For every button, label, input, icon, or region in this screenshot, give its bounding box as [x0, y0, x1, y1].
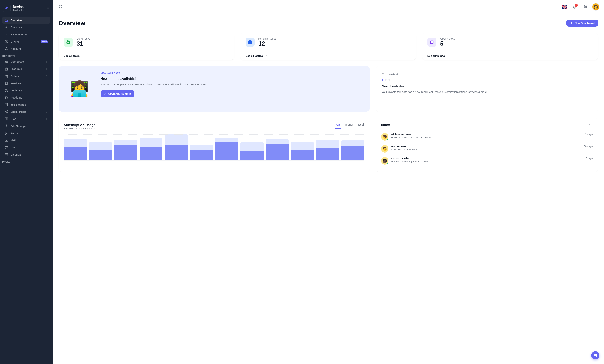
button-label: Open App Settings: [108, 92, 131, 95]
see-all-tasks-link[interactable]: See all tasks: [64, 54, 229, 57]
update-illustration: 👩‍💻: [64, 72, 95, 106]
settings-fab[interactable]: [591, 351, 600, 360]
svg-point-31: [596, 356, 597, 357]
svg-point-27: [105, 93, 106, 93]
stat-value: 12: [258, 40, 276, 47]
nav-label: Overview: [11, 19, 48, 22]
search-button[interactable]: [57, 3, 64, 11]
language-button[interactable]: [560, 3, 568, 11]
tip-dot-1[interactable]: [382, 79, 383, 81]
nav-label: E-Commerce: [11, 33, 48, 36]
stat-label: Pending Issues: [258, 37, 276, 40]
arrow-curved-icon: [382, 72, 387, 75]
nav-kanban[interactable]: Kanban: [2, 130, 50, 137]
avatar: 🧑🏿: [381, 157, 389, 164]
next-tip-label: Next tip: [382, 72, 592, 75]
page-header: Overview New Dashboard: [59, 20, 598, 27]
nav-jobs[interactable]: Job Listings: [2, 101, 50, 108]
svg-rect-10: [5, 103, 8, 106]
button-label: New Dashboard: [575, 22, 595, 25]
bar-column: [139, 134, 163, 160]
nav-invoices[interactable]: Invoices: [2, 80, 50, 87]
nav-analytics[interactable]: Analytics: [2, 24, 50, 31]
nav-customers[interactable]: Customers: [2, 59, 50, 65]
svg-rect-16: [6, 132, 7, 133]
svg-point-5: [7, 61, 8, 62]
alert-icon: [246, 38, 254, 47]
inbox-time: 3h ago: [586, 157, 593, 160]
open-settings-button[interactable]: Open App Settings: [101, 90, 135, 97]
nav-ecommerce[interactable]: E-Commerce: [2, 31, 50, 38]
nav-label: Logistics: [11, 89, 43, 92]
inbox-item[interactable]: 👨 Marcus FinnIs the job still available?…: [381, 143, 593, 155]
topbar: 2 👩: [52, 0, 604, 13]
inbox-title: Inbox: [381, 123, 390, 127]
tab-week[interactable]: Week: [358, 123, 365, 129]
see-all-tickets-link[interactable]: See all tickets: [428, 54, 593, 57]
avatar: 👦: [381, 133, 389, 140]
nav-label: Academy: [11, 96, 43, 99]
nav-label: Orders: [11, 75, 43, 78]
tip-pagination[interactable]: [382, 79, 592, 81]
nav-logistics[interactable]: Logistics: [2, 87, 50, 94]
inbox-time: 56m ago: [584, 145, 593, 148]
inbox-name: Alcides Antonio: [391, 133, 583, 136]
tip-dot-3[interactable]: [389, 79, 390, 81]
tip-desc: Your favorite template has a new trendy …: [382, 90, 592, 94]
nav-account[interactable]: Account: [2, 45, 50, 52]
nav-chat[interactable]: Chat: [2, 144, 50, 151]
contacts-button[interactable]: [581, 3, 589, 11]
nav-label: Crypto: [11, 40, 38, 43]
chart-tabs: Year Month Week: [335, 123, 365, 129]
tab-month[interactable]: Month: [345, 123, 353, 129]
svg-point-7: [7, 77, 8, 78]
nav-overview[interactable]: Overview: [2, 17, 50, 24]
tip-dot-2[interactable]: [385, 79, 387, 81]
nav-label: File Manager: [11, 125, 48, 128]
row-2: 👩‍💻 NEW V6 UPDATE New update available! …: [59, 66, 598, 112]
search-icon: [59, 4, 63, 9]
nav-mail[interactable]: Mail: [2, 137, 50, 144]
nav-group-pages: PAGES: [0, 158, 52, 164]
stat-pending-issues: Pending Issues 12 See all issues: [240, 33, 416, 60]
stat-value: 5: [440, 40, 455, 47]
nav-crypto[interactable]: Crypto New: [2, 38, 50, 45]
ticket-icon: [428, 38, 437, 47]
refresh-button[interactable]: [589, 123, 593, 127]
account-avatar[interactable]: 👩: [592, 3, 600, 11]
nav-calendar[interactable]: Calendar: [2, 151, 50, 158]
tab-year[interactable]: Year: [335, 123, 341, 129]
nav-filemanager[interactable]: File Manager: [2, 123, 50, 129]
nav-label: Customers: [11, 60, 43, 63]
svg-point-6: [6, 77, 6, 78]
nav-social[interactable]: Social Media: [2, 108, 50, 115]
chat-icon: [4, 146, 8, 149]
online-dot: [387, 163, 389, 164]
update-eyebrow: NEW V6 UPDATE: [101, 72, 206, 75]
new-dashboard-button[interactable]: New Dashboard: [566, 20, 598, 27]
arrow-right-icon: [446, 54, 449, 57]
nav-orders[interactable]: Orders: [2, 73, 50, 80]
nav-products[interactable]: Products: [2, 66, 50, 72]
svg-point-9: [7, 91, 8, 92]
building-icon: [4, 103, 8, 107]
bar-column: [190, 134, 213, 160]
notifications-button[interactable]: 2: [571, 3, 579, 11]
nav-blog[interactable]: Blog: [2, 116, 50, 122]
mail-icon: [4, 138, 8, 142]
stat-label: Open tickets: [440, 37, 455, 40]
svg-point-22: [584, 5, 585, 7]
inbox-item[interactable]: 🧑🏿 Carson DarrinWhat is a screening task…: [381, 155, 593, 167]
workspace-switcher[interactable]: Devias Production: [0, 0, 52, 16]
see-all-issues-link[interactable]: See all issues: [246, 54, 411, 57]
columns-icon: [4, 131, 8, 135]
nav-label: Products: [11, 68, 43, 71]
nav-main: Overview Analytics E-Commerce Crypto New…: [0, 16, 52, 52]
nav-academy[interactable]: Academy: [2, 94, 50, 101]
chevron-right-icon: [45, 68, 48, 70]
inbox-item[interactable]: 👦 Alcides AntonioHello, we spoke earlier…: [381, 131, 593, 143]
svg-point-4: [5, 61, 6, 62]
nav-label: Job Listings: [11, 103, 43, 106]
svg-point-30: [595, 355, 595, 356]
main: 2 👩 Overview New Dashboard Done Tasks 31: [52, 0, 604, 364]
